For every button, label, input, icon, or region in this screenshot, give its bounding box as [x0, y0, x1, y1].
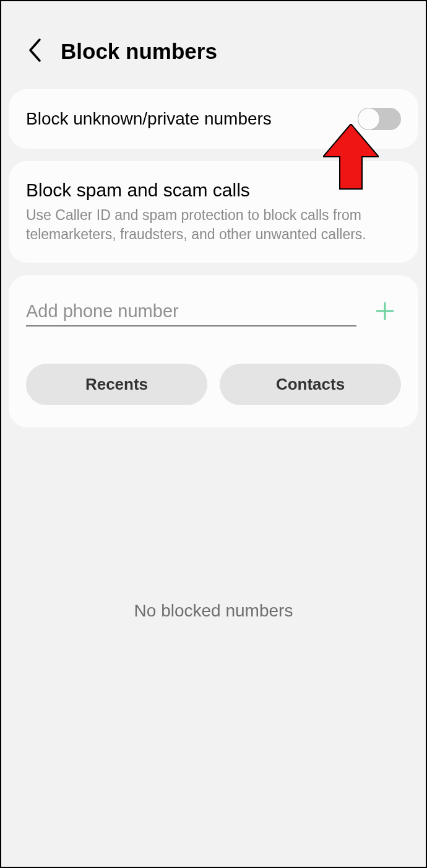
block-unknown-label: Block unknown/private numbers	[26, 109, 272, 129]
block-unknown-row[interactable]: Block unknown/private numbers	[26, 108, 401, 130]
block-unknown-card: Block unknown/private numbers	[9, 89, 418, 149]
add-icon[interactable]	[375, 301, 401, 323]
empty-state-message: No blocked numbers	[1, 601, 426, 621]
block-unknown-toggle[interactable]	[358, 108, 401, 130]
contacts-button[interactable]: Contacts	[220, 364, 401, 405]
header: Block numbers	[1, 1, 426, 84]
back-icon[interactable]	[26, 37, 43, 66]
add-number-row	[26, 297, 401, 327]
button-row: Recents Contacts	[26, 364, 401, 405]
recents-button[interactable]: Recents	[26, 364, 207, 405]
block-spam-title: Block spam and scam calls	[26, 180, 401, 201]
page-title: Block numbers	[61, 39, 217, 64]
block-spam-card[interactable]: Block spam and scam calls Use Caller ID …	[9, 161, 418, 263]
block-spam-description: Use Caller ID and spam protection to blo…	[26, 206, 401, 244]
add-number-card: Recents Contacts	[9, 275, 418, 427]
add-phone-input[interactable]	[26, 297, 356, 327]
input-wrapper	[26, 297, 356, 327]
toggle-knob	[358, 108, 380, 130]
